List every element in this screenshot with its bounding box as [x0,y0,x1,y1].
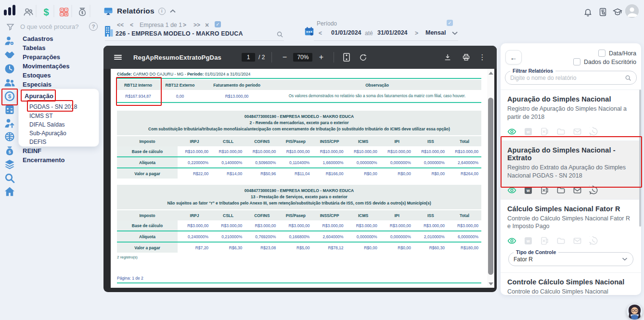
panel-scrollbar[interactable] [639,90,641,227]
excel-icon[interactable] [540,127,549,136]
file-search-icon[interactable] [598,7,607,17]
submenu-item-pgdas[interactable]: PGDAS - SN 2018 [29,103,77,110]
submenu-item-subapuracao[interactable]: Sub-Apuração [29,130,66,137]
users-icon[interactable] [4,77,15,89]
zoom-level[interactable]: 70% [293,53,312,62]
company-last-button[interactable]: >> [193,22,200,28]
finance-icon[interactable]: $ [41,7,52,17]
excel-icon[interactable] [540,236,549,245]
mail-icon[interactable] [573,186,582,195]
sidebar-item-tabelas[interactable]: Tabelas [23,44,45,51]
help-icon[interactable]: ? [89,22,98,31]
money-drop-icon[interactable]: $ [4,145,15,157]
submenu-item-defis[interactable]: DEFIS [29,139,46,145]
print-icon[interactable] [460,51,472,63]
scroll-up-icon[interactable] [489,72,493,75]
download-icon[interactable] [442,51,453,63]
period-checkbox[interactable]: ✓ [447,20,453,26]
period-next-button[interactable]: > [415,30,418,37]
chevron-up-icon[interactable] [169,9,176,13]
filter-icon[interactable] [6,23,14,31]
money-bag-icon[interactable] [77,7,88,17]
company-next-button[interactable]: > [183,22,186,28]
handshake-icon[interactable] [4,49,15,61]
datahora-checkbox[interactable] [598,50,605,57]
option-datahora[interactable]: Data/Hora [598,50,636,57]
sidebar-search-input[interactable]: O que você procura? [20,23,78,30]
word-icon[interactable]: w [524,236,533,245]
coin-dollar-icon[interactable]: $ [4,90,15,102]
back-button[interactable]: ← [505,50,522,64]
folder-icon[interactable] [556,127,566,136]
sidebar-item-cadastros[interactable]: Cadastros [23,35,53,42]
calc-grid-icon[interactable] [59,7,69,17]
report-item[interactable]: Controle Cálculo Simples NacionalControl… [501,273,641,295]
pdf-page-input[interactable]: 1 [242,53,255,62]
whatsapp-icon[interactable] [589,186,598,195]
clock-icon[interactable] [4,63,15,75]
search-icon[interactable] [625,75,631,81]
scroll-down-icon[interactable] [489,282,493,285]
sidebar-item-encerramento[interactable]: Encerramento [23,156,64,164]
eye-icon[interactable] [507,186,516,195]
report-item[interactable]: Cálculo Simples Nacional Fator RControle… [501,200,641,273]
period-to-date[interactable]: 31/01/2024 [377,29,408,36]
submenu-item-difal[interactable]: DIFAL Saídas [29,121,65,128]
app-logo[interactable] [4,5,15,15]
assistant-avatar[interactable] [627,304,643,320]
pdf-scrollbar[interactable] [487,69,494,288]
word-icon[interactable]: w [524,127,533,136]
submenu-item-icms-st[interactable]: ICMS ST [29,113,53,119]
word-icon[interactable]: w [524,186,533,195]
company-prev-button[interactable]: < [130,22,133,28]
company-name[interactable]: 226 - EMPRESA MODELO - MAKRO EDUCA [116,30,243,37]
mail-icon[interactable] [573,236,582,245]
zoom-in-button[interactable]: + [315,51,327,63]
clients-icon[interactable] [23,7,34,17]
period-frequency-select[interactable]: Mensal [425,29,446,36]
company-clear-button[interactable]: × [205,21,209,29]
user-avatar[interactable] [625,4,639,18]
control-type-select[interactable]: Tipo de ControleFator R [508,252,633,266]
excel-icon[interactable] [540,186,549,195]
bell-icon[interactable] [583,7,592,17]
calculator-icon[interactable] [4,104,15,115]
zoom-out-button[interactable]: − [279,51,290,63]
filter-reports-input[interactable]: Filtrar Relatórios Digite o nome do rela… [505,71,637,85]
user-up-icon[interactable] [4,117,15,129]
folder-icon[interactable] [556,186,566,195]
company-checkbox[interactable]: ✓ [215,21,221,27]
sidebar-item-estoques[interactable]: Estoques [23,72,51,79]
dados-escritorio-checkbox[interactable] [573,58,580,65]
eye-icon[interactable] [507,236,516,245]
company-search-icon[interactable] [276,31,283,38]
sidebar-item-preparacoes[interactable]: Preparações [23,53,60,61]
chevron-down-icon[interactable] [451,31,458,36]
graduation-cap-icon[interactable] [612,7,623,17]
kebab-menu-icon[interactable]: ⋮ [477,51,488,63]
layers-icon[interactable] [4,158,15,170]
sidebar-item-especiais[interactable]: Especiais [23,81,52,88]
globe-gear-icon[interactable] [4,131,15,142]
fit-page-icon[interactable] [341,51,352,63]
home-icon[interactable] [4,186,15,197]
whatsapp-icon[interactable] [589,236,598,245]
sidebar-item-movimentacoes[interactable]: Movimentações [23,63,70,70]
report-item[interactable]: Apuração do Simples NacionalRegistro de … [501,90,641,141]
option-dados-escritorio[interactable]: Dados do Escritório [573,58,636,65]
company-first-button[interactable]: << [117,22,124,28]
info-icon[interactable]: i [158,8,166,15]
pdf-menu-icon[interactable] [112,51,124,63]
rotate-icon[interactable] [357,51,369,63]
sidebar-item-reinf[interactable]: REINF [23,147,41,154]
mail-icon[interactable] [573,127,582,136]
whatsapp-icon[interactable] [589,127,598,136]
search-rail-icon[interactable] [4,172,15,184]
submenu-header-apuracao[interactable]: Apuração [25,92,53,100]
chevron-down-icon[interactable] [621,257,628,261]
period-from-date[interactable]: 01/01/2024 [331,29,361,36]
user-gear-icon[interactable] [4,35,15,47]
eye-icon[interactable] [507,127,516,136]
report-item[interactable]: Apuração do Simples Nacional - ExtratoRe… [501,141,641,199]
folder-icon[interactable] [556,236,566,245]
